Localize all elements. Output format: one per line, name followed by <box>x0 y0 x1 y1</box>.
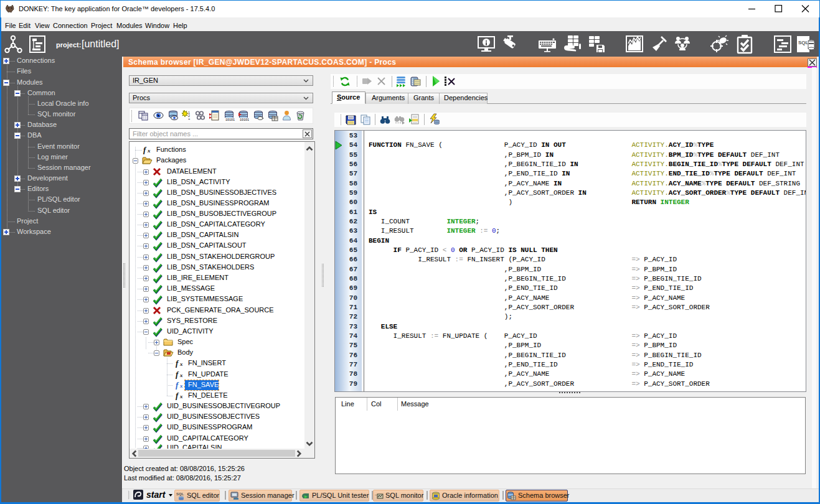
svg-text:'": '" <box>375 494 377 498</box>
svg-text:10101: 10101 <box>225 118 235 122</box>
svg-text:SQL: SQL <box>176 492 184 496</box>
svg-text:SQL: SQL <box>798 40 809 45</box>
svg-text:+: + <box>188 117 191 121</box>
svg-text:10101: 10101 <box>240 118 249 122</box>
